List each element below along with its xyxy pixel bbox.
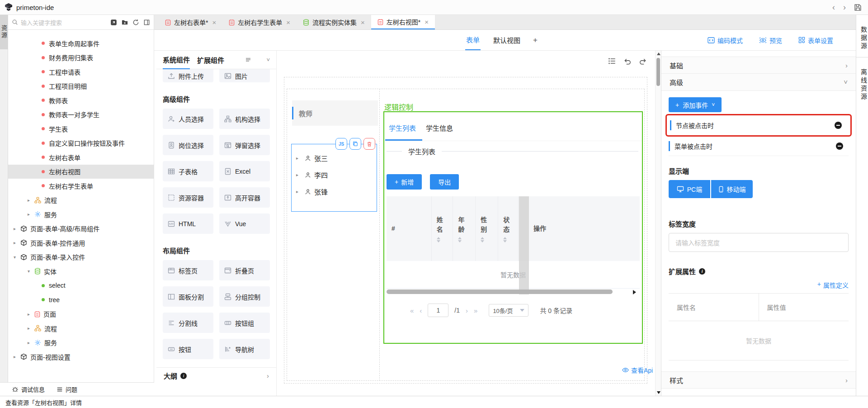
outline-footer[interactable]: 大纲 i ›	[156, 367, 276, 384]
sidebar-item[interactable]: ▸流程	[8, 321, 154, 336]
sidebar-item[interactable]: 自定义窗口操作按钮及事件	[8, 136, 154, 151]
delete-button[interactable]	[363, 138, 375, 150]
doc-tab[interactable]: 左树右表单*×	[159, 15, 222, 29]
palette-item[interactable]: 人员选择	[163, 109, 213, 129]
palette-tab[interactable]: 扩展组件	[197, 51, 224, 69]
section-style[interactable]: 样式 ›	[661, 371, 856, 389]
new-folder-icon[interactable]	[121, 19, 128, 26]
add-row-button[interactable]: +新增	[387, 174, 422, 190]
copy-button[interactable]	[349, 138, 361, 150]
sidebar-item[interactable]: 表单生命周起事件	[8, 36, 154, 51]
close-icon[interactable]: ×	[361, 19, 365, 26]
display-pc-button[interactable]: PC端	[669, 180, 710, 198]
palette-item[interactable]: 机构选择	[219, 109, 270, 129]
v-scroll-thumb[interactable]	[656, 58, 660, 86]
sidebar-item[interactable]: 教师表一对多学生	[8, 108, 154, 122]
sort-icon[interactable]	[481, 237, 498, 242]
caret-right-icon[interactable]: ▸	[296, 172, 302, 177]
column-header[interactable]: 姓名	[432, 196, 453, 261]
sidebar-item[interactable]: ▾页面-表单-录入控件	[8, 250, 154, 265]
column-header[interactable]: #	[387, 196, 432, 261]
last-page-button[interactable]: »	[474, 307, 477, 314]
caret-right-icon[interactable]: ▸	[14, 226, 20, 231]
event-item[interactable]: 菜单被点击时	[669, 137, 849, 156]
palette-item[interactable]: 导航树	[219, 339, 270, 359]
caret-right-icon[interactable]: ▸	[28, 326, 34, 331]
sidebar-item[interactable]: 左树右学生表单	[8, 179, 154, 193]
palette-tab[interactable]: 系统组件	[163, 51, 190, 69]
palette-item[interactable]: 高开容器	[219, 187, 270, 208]
caret-right-icon[interactable]: ▸	[28, 198, 34, 203]
search-input[interactable]: 输入关键字搜索	[21, 18, 110, 27]
sidebar-item[interactable]: 工程项目明细	[8, 79, 154, 94]
doc-tab[interactable]: 左树右视图*×	[371, 15, 435, 29]
sidebar-item[interactable]: select	[8, 279, 154, 293]
redo-icon[interactable]	[639, 57, 647, 65]
palette-item[interactable]: 折叠页	[219, 260, 270, 280]
section-advanced[interactable]: 高级 ˅	[661, 74, 856, 91]
event-item[interactable]: 节点被点击时	[665, 114, 852, 137]
scroll-down-icon[interactable]	[657, 391, 660, 394]
close-icon[interactable]: ×	[425, 18, 429, 26]
palette-item[interactable]: 图片	[219, 69, 270, 82]
sidebar-item[interactable]: ▸服务	[8, 207, 154, 222]
caret-right-icon[interactable]: ▸	[296, 189, 302, 194]
palette-item[interactable]: 面板分割	[163, 286, 213, 307]
palette-item[interactable]: 标签页	[163, 260, 213, 280]
export-button[interactable]: 导出	[430, 174, 459, 190]
palette-item[interactable]: 弹窗选择	[219, 135, 270, 155]
sidebar-item[interactable]: ▸页面-视图设置	[8, 350, 154, 364]
import-resource-icon[interactable]	[110, 19, 117, 26]
column-header[interactable]: 性别	[476, 196, 498, 261]
header-action-code[interactable]: 编码模式	[708, 36, 743, 45]
right-rail-tab[interactable]: 数据源	[856, 15, 868, 57]
undo-icon[interactable]	[623, 57, 632, 65]
sidebar-item[interactable]: ▸服务	[8, 336, 154, 350]
define-property-link[interactable]: + 属性定义	[669, 280, 849, 289]
sidebar-item[interactable]: tree	[8, 293, 154, 307]
caret-right-icon[interactable]: ▸	[28, 312, 34, 317]
tree-title-widget[interactable]: 教师	[292, 100, 378, 126]
palette-item[interactable]: Excel	[219, 161, 270, 181]
nav-forward-icon[interactable]: ›	[843, 3, 846, 11]
caret-down-icon[interactable]: ▾	[28, 269, 34, 274]
nav-back-icon[interactable]: ‹	[832, 3, 835, 11]
grid-tab[interactable]: 学生列表	[385, 123, 422, 141]
caret-right-icon[interactable]: ▸	[14, 354, 20, 359]
first-page-button[interactable]: «	[410, 307, 414, 314]
sort-icon[interactable]	[437, 237, 453, 242]
caret-right-icon[interactable]: ▸	[28, 212, 34, 217]
palette-item[interactable]: 按钮	[163, 339, 213, 359]
column-header[interactable]: 操作	[519, 196, 640, 261]
label-width-input[interactable]: 请输入标签宽度	[669, 233, 849, 252]
h-scroll-thumb[interactable]	[387, 289, 613, 294]
caret-right-icon[interactable]: ▸	[296, 156, 302, 161]
palette-item[interactable]: 附件上传	[163, 69, 213, 82]
sidebar-item[interactable]: 左树右表单	[8, 150, 154, 165]
palette-item[interactable]: 按钮组	[219, 313, 270, 333]
tree-widget-selected[interactable]: ▸张三▸李四▸张锋	[291, 144, 377, 212]
view-api-link[interactable]: 查看Api	[622, 365, 653, 375]
close-icon[interactable]: ×	[286, 19, 290, 26]
save-icon[interactable]	[854, 4, 862, 11]
caret-right-icon[interactable]: ▸	[14, 240, 20, 245]
logic-container[interactable]: 学生列表学生信息 学生列表 +新增导出 #姓名年龄性别状态操作 暂无数据 « ‹	[383, 111, 643, 344]
caret-down-icon[interactable]: ▾	[14, 255, 20, 260]
tree-node[interactable]: ▸李四	[292, 166, 377, 183]
section-basic[interactable]: 基础 ›	[661, 57, 856, 74]
tree-node[interactable]: ▸张三	[292, 150, 377, 166]
js-script-button[interactable]: JS	[335, 138, 347, 150]
canvas-scrollbar[interactable]	[655, 51, 661, 396]
palette-collapse-icon[interactable]: ˅	[266, 57, 270, 63]
view-tab-form[interactable]: 表单	[465, 30, 481, 50]
palette-item[interactable]: 资源容器	[163, 187, 213, 208]
refresh-icon[interactable]	[132, 19, 139, 26]
add-view-button[interactable]: +	[533, 36, 538, 45]
sort-icon[interactable]	[458, 237, 475, 242]
sidebar-item[interactable]: ▸页面	[8, 307, 154, 322]
close-icon[interactable]: ×	[212, 19, 216, 26]
resources-rail-tab[interactable]: 资源	[0, 15, 8, 49]
column-header[interactable]: 状态	[498, 196, 519, 261]
issues-button[interactable]: 问题	[57, 385, 77, 394]
column-header[interactable]: 年龄	[453, 196, 476, 261]
